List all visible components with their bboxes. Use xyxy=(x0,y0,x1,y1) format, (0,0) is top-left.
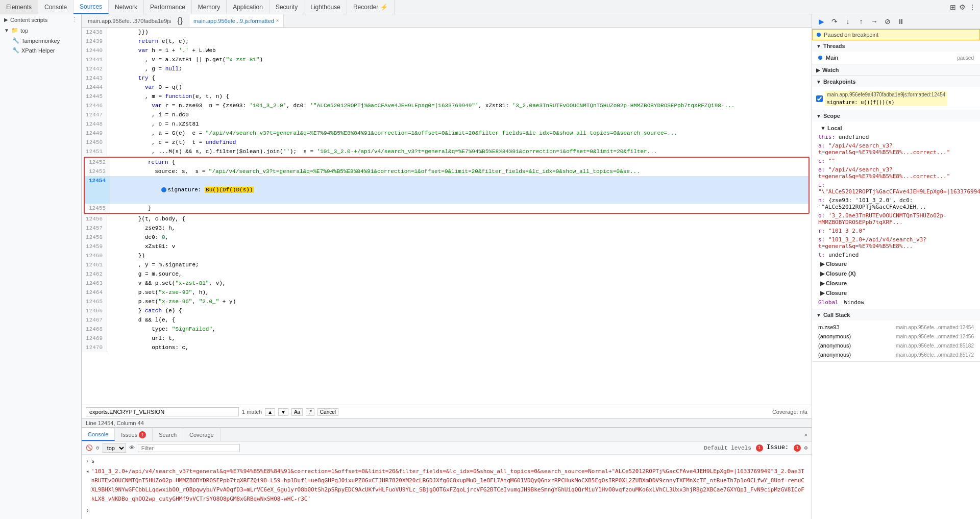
bottom-tab-search[interactable]: Search xyxy=(153,428,183,441)
code-line-12466: 12466 } catch (e) { xyxy=(82,306,812,315)
right-panel-scroll[interactable]: ▼ Threads Main paused ▶ Watch xyxy=(812,40,980,519)
console-issue-count: 1 xyxy=(756,444,763,452)
folder-icon: 📁 xyxy=(11,27,18,34)
regex-button[interactable]: .* xyxy=(306,408,314,416)
close-tab-icon[interactable]: × xyxy=(276,18,279,23)
search-input[interactable] xyxy=(86,407,239,416)
tab-elements[interactable]: Elements xyxy=(0,0,38,14)
breakpoint-file: main.app.956efe9a4370fadba1e9js:formatte… xyxy=(825,91,947,98)
tampermonkey-label: Tampermonkey xyxy=(21,38,60,44)
console-filter-input[interactable] xyxy=(138,444,240,452)
settings-icon[interactable]: ⚙ xyxy=(959,3,966,11)
xpath-label: XPath Helper xyxy=(21,47,55,54)
sidebar-item-xpath[interactable]: 🔧 XPath Helper xyxy=(0,45,81,55)
console-issue-badge-2: 1 xyxy=(794,444,801,452)
clear-console-icon[interactable]: 🚫 xyxy=(86,444,93,451)
breakpoints-section: ▼ Breakpoints main.app.956efe9a4370fadba… xyxy=(812,76,980,110)
more-icon[interactable]: ⋮ xyxy=(969,3,976,11)
cancel-search-button[interactable]: Cancel xyxy=(317,408,338,416)
console-settings-icon[interactable]: ⚙ xyxy=(804,444,807,451)
scope-header[interactable]: ▼ Scope xyxy=(812,110,980,121)
callstack-item-3[interactable]: (anonymous) main.app.956efe...ormatted:8… xyxy=(816,350,976,359)
console-input-area[interactable] xyxy=(91,507,807,515)
thread-dot xyxy=(818,56,822,60)
breakpoint-code: signature: u()(f())(s) xyxy=(825,98,947,106)
watch-label: Watch xyxy=(822,67,839,73)
code-line-12453: 12453 source: s, s = "/api/v4/search_v3?… xyxy=(85,167,808,176)
preserve-log-icon[interactable]: ⊝ xyxy=(96,444,100,451)
right-panel: ▶ ↷ ↓ ↑ → ⊘ ⏸ Paused on breakpoint ▼ Thr… xyxy=(812,14,980,519)
callstack-item-1[interactable]: (anonymous) main.app.956efe...ormatted:1… xyxy=(816,332,976,341)
content-scripts-label: Content scripts xyxy=(10,17,47,23)
prev-match-button[interactable]: ▲ xyxy=(265,408,275,416)
tab-lighthouse[interactable]: Lighthouse xyxy=(304,0,347,14)
file-tab-formatted[interactable]: main.app.956efe...9.js:formatted × xyxy=(189,14,284,27)
call-stack-header[interactable]: ▼ Call Stack xyxy=(812,309,980,320)
tab-console[interactable]: Console xyxy=(38,0,74,14)
console-output: › s ◂ '101_3_2.0+/api/v4/search_v3?t=gen… xyxy=(82,455,812,506)
code-line-12467: 12467 d && l(e, { xyxy=(82,315,812,325)
threads-content: Main paused xyxy=(812,52,980,64)
closure-x-header[interactable]: ▶ Closure (X) xyxy=(816,269,976,279)
tab-memory[interactable]: Memory xyxy=(192,0,227,14)
closure2-header[interactable]: ▶ Closure xyxy=(816,279,976,288)
console-result-arrow: ◂ xyxy=(86,467,89,476)
tab-application[interactable]: Application xyxy=(227,0,270,14)
code-line-12447: 12447 , i = n.dc0 xyxy=(82,110,812,119)
more-options-icon[interactable]: ⋮ xyxy=(71,16,77,23)
file-tab-original[interactable]: main.app.956efe...370fadba1e9js {} xyxy=(84,14,189,27)
callstack-item-2[interactable]: (anonymous) main.app.956efe...ormatted:8… xyxy=(816,341,976,350)
bottom-tab-issues[interactable]: Issues 1 xyxy=(115,428,153,441)
code-line-12454[interactable]: 12454 signature: Bu()(Df()D(s)) xyxy=(85,176,808,204)
file-tab-original-label: main.app.956efe...370fadba1e9js xyxy=(88,18,171,24)
code-line-12451: 12451 , ...M(s) && s, c).filter($olean).… xyxy=(82,147,812,156)
step-into-button[interactable]: ↓ xyxy=(843,16,853,27)
bottom-tab-coverage[interactable]: Coverage xyxy=(183,428,220,441)
scope-global: Global Window xyxy=(816,298,976,307)
top-context-select[interactable]: top xyxy=(103,443,126,453)
content-scripts-header[interactable]: ▶ Content scripts ⋮ xyxy=(0,14,81,25)
next-match-button[interactable]: ▼ xyxy=(278,408,288,416)
local-scope-header[interactable]: ▼ Local xyxy=(816,123,976,133)
console-caret-line[interactable]: › xyxy=(82,506,812,516)
tab-network[interactable]: Network xyxy=(109,0,144,14)
threads-header[interactable]: ▼ Threads xyxy=(812,40,980,52)
breakpoints-header[interactable]: ▼ Breakpoints xyxy=(812,76,980,87)
resume-button[interactable]: ▶ xyxy=(816,16,826,27)
scope-label: Scope xyxy=(823,113,840,119)
code-line-12450: 12450 , c = z(t) t = undefined xyxy=(82,138,812,147)
code-line-12443: 12443 try { xyxy=(82,73,812,83)
bottom-close-icon[interactable]: × xyxy=(800,432,812,438)
tab-sources[interactable]: Sources xyxy=(74,0,109,14)
tab-security[interactable]: Security xyxy=(270,0,304,14)
code-line-12461: 12461 , y = m.signature; xyxy=(82,260,812,269)
sidebar-item-tampermonkey[interactable]: 🔧 Tampermonkey xyxy=(0,36,81,45)
dock-icon[interactable]: ⊞ xyxy=(950,3,956,11)
closure3-header[interactable]: ▶ Closure xyxy=(816,288,976,298)
code-area[interactable]: 12438 }}) 12439 return e(t, c); 12440 va… xyxy=(82,28,812,405)
step-button[interactable]: → xyxy=(869,16,879,27)
step-out-button[interactable]: ↑ xyxy=(856,16,866,27)
pause-on-exceptions-button[interactable]: ⏸ xyxy=(896,16,906,27)
console-toolbar: 🚫 ⊝ top 👁 Default levels 1 Issue: 1 ⚙ xyxy=(82,441,812,455)
format-icon[interactable]: {} xyxy=(175,16,185,26)
center-area: main.app.956efe...370fadba1e9js {} main.… xyxy=(82,14,812,519)
top-folder[interactable]: ▼ 📁 top xyxy=(0,25,81,36)
tab-recorder[interactable]: Recorder ⚡ xyxy=(347,0,395,14)
step-over-button[interactable]: ↷ xyxy=(829,16,840,27)
hide-network-icon[interactable]: 👁 xyxy=(129,444,135,451)
scope-this: this: undefined xyxy=(816,133,976,141)
scope-o: o: '3_2.0ae3TnRUTEvOOUCNMTQnT5HUZo02p-HM… xyxy=(816,211,976,227)
file-tabs-bar: main.app.956efe...370fadba1e9js {} main.… xyxy=(82,14,812,28)
closure-header[interactable]: ▶ Closure xyxy=(816,259,976,269)
tab-performance[interactable]: Performance xyxy=(144,0,192,14)
bottom-tab-console[interactable]: Console xyxy=(82,428,115,441)
code-line-12440: 12440 var h = 1 + '.' + L.Web xyxy=(82,46,812,55)
search-match-count: 1 match xyxy=(242,409,262,415)
deactivate-breakpoints-button[interactable]: ⊘ xyxy=(883,16,893,27)
callstack-item-0[interactable]: m.zse93 main.app.956efe...ormatted:12454 xyxy=(816,323,976,332)
status-bar: Line 12454, Column 44 xyxy=(82,418,812,427)
breakpoint-checkbox[interactable] xyxy=(816,95,823,102)
watch-header[interactable]: ▶ Watch xyxy=(812,64,980,76)
case-sensitive-button[interactable]: Aa xyxy=(291,408,303,416)
